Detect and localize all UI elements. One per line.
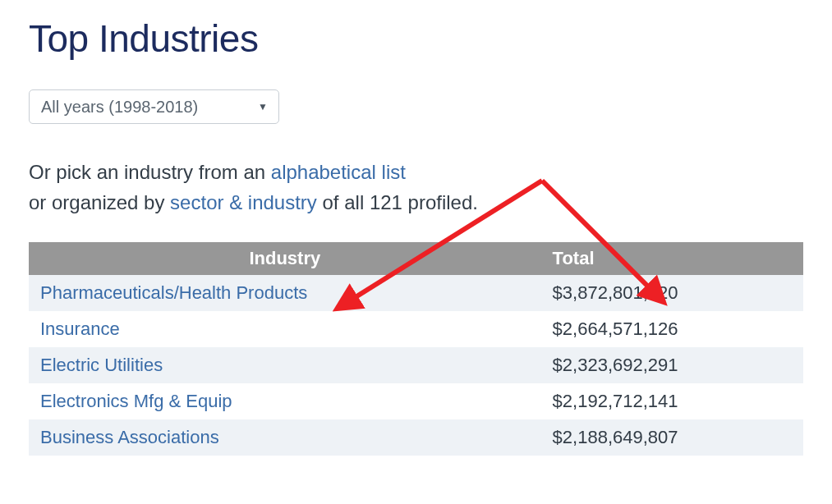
table-row: Electronics Mfg & Equip$2,192,712,141 — [29, 383, 803, 419]
total-cell: $3,872,801,120 — [541, 275, 803, 311]
sector-industry-link[interactable]: sector & industry — [170, 191, 317, 213]
total-cell: $2,192,712,141 — [541, 383, 803, 419]
table-row: Insurance$2,664,571,126 — [29, 311, 803, 347]
total-cell: $2,323,692,291 — [541, 347, 803, 383]
table-row: Electric Utilities$2,323,692,291 — [29, 347, 803, 383]
header-industry: Industry — [29, 242, 541, 275]
total-cell: $2,188,649,807 — [541, 419, 803, 456]
industry-cell: Electric Utilities — [29, 347, 541, 383]
industry-cell: Insurance — [29, 311, 541, 347]
industry-cell: Business Associations — [29, 419, 541, 456]
industries-table: Industry Total Pharmaceuticals/Health Pr… — [29, 242, 803, 456]
desc-line2-prefix: or organized by — [29, 191, 170, 213]
total-cell: $2,664,571,126 — [541, 311, 803, 347]
industry-link[interactable]: Electronics Mfg & Equip — [40, 391, 232, 411]
desc-line2-suffix: of all 121 profiled. — [317, 191, 478, 213]
industry-link[interactable]: Insurance — [40, 318, 120, 339]
header-total: Total — [541, 242, 803, 275]
industry-cell: Pharmaceuticals/Health Products — [29, 275, 541, 311]
desc-line1-prefix: Or pick an industry from an — [29, 161, 271, 183]
year-select[interactable]: All years (1998-2018) — [29, 89, 279, 124]
industry-link[interactable]: Business Associations — [40, 427, 219, 447]
industry-link[interactable]: Pharmaceuticals/Health Products — [40, 282, 307, 303]
industry-cell: Electronics Mfg & Equip — [29, 383, 541, 419]
industry-link[interactable]: Electric Utilities — [40, 355, 163, 375]
table-row: Pharmaceuticals/Health Products$3,872,80… — [29, 275, 803, 311]
table-row: Business Associations$2,188,649,807 — [29, 419, 803, 456]
alphabetical-list-link[interactable]: alphabetical list — [271, 161, 406, 183]
description-text: Or pick an industry from an alphabetical… — [29, 157, 803, 218]
page-title: Top Industries — [29, 16, 803, 61]
year-select-wrap: All years (1998-2018) — [29, 89, 803, 124]
